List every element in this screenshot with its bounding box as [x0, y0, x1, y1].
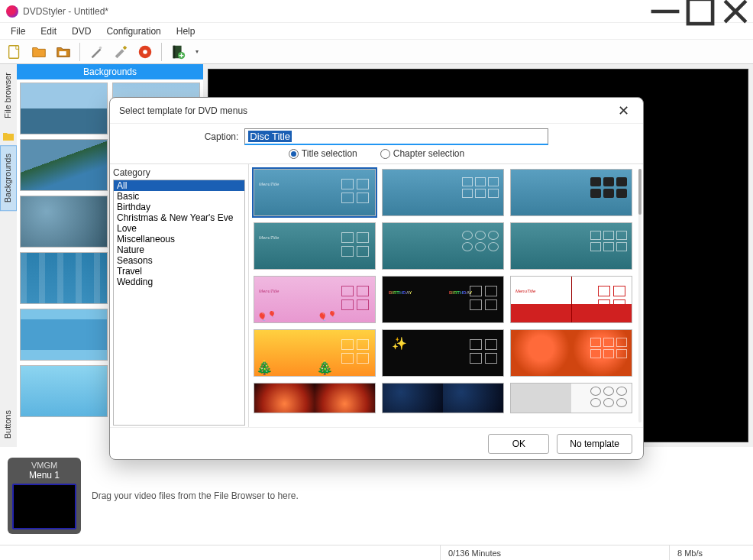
radio-chapter-selection[interactable]: Chapter selection: [380, 148, 464, 159]
svg-point-3: [99, 46, 102, 49]
category-item[interactable]: Wedding: [114, 277, 244, 287]
status-bitrate: 8 Mb/s: [669, 545, 753, 560]
category-item[interactable]: All: [114, 180, 244, 191]
tab-backgrounds[interactable]: Backgrounds: [0, 145, 17, 211]
menu1-label: Menu 1: [8, 470, 81, 482]
template-grid: MenuTitle MenuTitle MenuTitle MenuTitle: [249, 164, 643, 418]
no-template-button[interactable]: No template: [557, 434, 632, 454]
menu-edit[interactable]: Edit: [34, 24, 63, 38]
template-thumb[interactable]: MenuTitle: [254, 222, 376, 270]
panel-header: Backgrounds: [17, 64, 203, 79]
add-file-icon[interactable]: [168, 42, 188, 62]
svg-rect-7: [173, 45, 176, 58]
category-item[interactable]: Birthday: [114, 202, 244, 212]
ok-button[interactable]: OK: [488, 434, 549, 454]
template-thumb[interactable]: [382, 169, 504, 216]
background-thumb[interactable]: [20, 365, 108, 417]
template-thumb[interactable]: MenuTitle: [254, 276, 376, 323]
category-label: Category: [113, 166, 245, 180]
menubar: File Edit DVD Configuration Help: [0, 23, 753, 40]
template-thumb[interactable]: MenuTitle: [510, 276, 632, 323]
app-icon: [6, 5, 18, 18]
vmgm-block[interactable]: VMGM Menu 1: [8, 458, 81, 534]
dialog-close-button[interactable]: ✕: [613, 102, 634, 119]
template-scrollbar[interactable]: [638, 169, 642, 422]
open-project-icon[interactable]: [29, 42, 49, 62]
category-item[interactable]: Christmas & New Year's Eve: [114, 212, 244, 223]
caption-label: Caption:: [205, 131, 239, 142]
folder-icon: [2, 130, 15, 142]
background-thumb[interactable]: [20, 139, 108, 191]
save-project-icon[interactable]: [53, 42, 73, 62]
vmgm-label: VMGM: [8, 461, 81, 470]
minimize-button[interactable]: [648, 0, 683, 23]
template-thumb[interactable]: [382, 383, 504, 413]
menu-dvd[interactable]: DVD: [66, 24, 97, 38]
category-item[interactable]: Travel: [114, 266, 244, 277]
statusbar: 0/136 Minutes 8 Mb/s: [0, 545, 753, 560]
template-thumb[interactable]: [510, 169, 632, 216]
category-item[interactable]: Love: [114, 223, 244, 234]
category-item[interactable]: Basic: [114, 191, 244, 202]
new-project-icon[interactable]: [5, 42, 24, 62]
template-thumb[interactable]: [510, 329, 632, 377]
close-button[interactable]: [718, 0, 753, 23]
menu-configuration[interactable]: Configuration: [100, 24, 166, 38]
menu-file[interactable]: File: [5, 24, 31, 38]
timeline[interactable]: VMGM Menu 1 Drag your video files from t…: [0, 447, 753, 545]
template-dialog: Select template for DVD menus ✕ Caption:…: [109, 97, 644, 460]
menu1-thumb[interactable]: [12, 484, 76, 529]
side-tabs: File browser Backgrounds Buttons: [0, 64, 17, 447]
background-thumb[interactable]: [20, 196, 108, 248]
svg-rect-0: [688, 0, 713, 24]
background-thumb[interactable]: [20, 83, 108, 134]
add-file-dropdown[interactable]: ▾: [192, 48, 202, 55]
template-thumb[interactable]: [382, 329, 504, 377]
burn-icon[interactable]: [135, 42, 155, 62]
template-thumb[interactable]: [382, 222, 504, 270]
background-thumb[interactable]: [20, 252, 108, 304]
template-thumb[interactable]: [254, 383, 376, 413]
menu-help[interactable]: Help: [170, 24, 202, 38]
titlebar: DVDStyler - Untitled*: [0, 0, 753, 23]
timeline-hint: Drag your video files from the File Brow…: [92, 490, 299, 501]
wizard-icon[interactable]: [86, 42, 106, 62]
window-title: DVDStyler - Untitled*: [23, 6, 648, 17]
category-list[interactable]: All Basic Birthday Christmas & New Year'…: [113, 180, 245, 426]
template-thumb[interactable]: MenuTitle: [254, 169, 376, 216]
category-item[interactable]: Seasons: [114, 255, 244, 266]
svg-rect-1: [9, 45, 19, 58]
template-thumb[interactable]: [510, 222, 632, 270]
caption-input[interactable]: Disc Title: [244, 128, 548, 145]
template-thumb[interactable]: [510, 383, 632, 413]
maximize-button[interactable]: [683, 0, 718, 23]
background-thumb[interactable]: [20, 309, 108, 361]
status-time: 0/136 Minutes: [440, 545, 669, 560]
settings-icon[interactable]: [111, 42, 131, 62]
toolbar: ▾: [0, 40, 753, 64]
svg-rect-2: [60, 51, 66, 56]
category-item[interactable]: Nature: [114, 244, 244, 255]
dialog-title: Select template for DVD menus: [119, 105, 247, 116]
template-thumb[interactable]: [382, 276, 504, 323]
svg-point-5: [143, 50, 147, 54]
template-thumb[interactable]: [254, 329, 376, 377]
tab-buttons[interactable]: Buttons: [0, 402, 17, 447]
tab-file-browser[interactable]: File browser: [0, 64, 17, 127]
radio-title-selection[interactable]: Title selection: [289, 148, 357, 159]
category-item[interactable]: Miscellaneous: [114, 234, 244, 244]
